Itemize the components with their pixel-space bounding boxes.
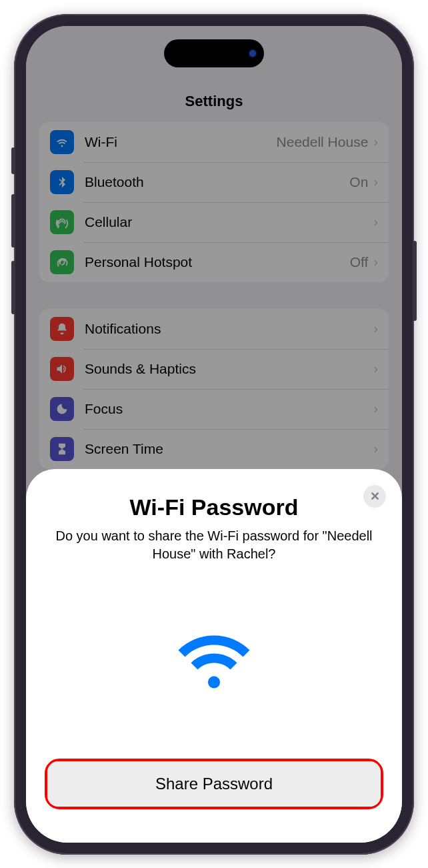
volume-down-button [11, 261, 15, 314]
close-button[interactable]: ✕ [363, 485, 386, 508]
volume-up-button [11, 194, 15, 248]
wifi-large-icon [45, 623, 383, 690]
sheet-subtitle: Do you want to share the Wi-Fi password … [45, 527, 383, 563]
close-icon: ✕ [370, 489, 380, 504]
silent-switch [11, 147, 15, 174]
dynamic-island [164, 39, 264, 67]
share-wifi-sheet: ✕ Wi-Fi Password Do you want to share th… [26, 469, 402, 843]
share-password-button[interactable]: Share Password [47, 761, 381, 807]
phone-frame: Settings Wi-Fi Needell House › [14, 14, 414, 855]
screen: Settings Wi-Fi Needell House › [26, 26, 402, 843]
power-button [413, 241, 417, 321]
share-button-highlight: Share Password [45, 759, 383, 809]
sheet-title: Wi-Fi Password [45, 494, 383, 520]
camera-dot [249, 50, 256, 57]
